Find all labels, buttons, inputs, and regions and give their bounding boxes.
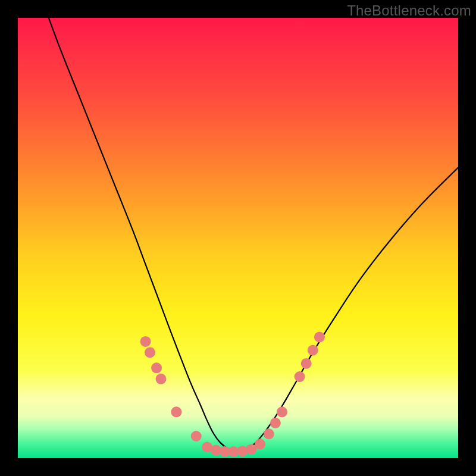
sample-dot <box>277 406 287 417</box>
bottleneck-chart <box>18 18 458 458</box>
sample-dot <box>301 358 312 369</box>
sample-dot <box>237 446 248 456</box>
sample-dot <box>140 336 151 347</box>
sample-dot <box>156 374 167 384</box>
sample-dot <box>295 371 305 382</box>
sample-dot <box>171 406 181 417</box>
sample-dot <box>314 332 325 343</box>
sample-dot <box>145 347 155 358</box>
plot-area <box>18 18 458 458</box>
sample-dot <box>151 362 162 373</box>
sample-dot <box>264 428 274 439</box>
sample-dot <box>270 418 281 428</box>
chart-frame: TheBottleneck.com <box>0 0 476 476</box>
sample-dot <box>308 345 318 356</box>
watermark-text: TheBottleneck.com <box>347 2 471 19</box>
sample-dot <box>255 439 265 449</box>
sample-dot <box>191 431 202 441</box>
